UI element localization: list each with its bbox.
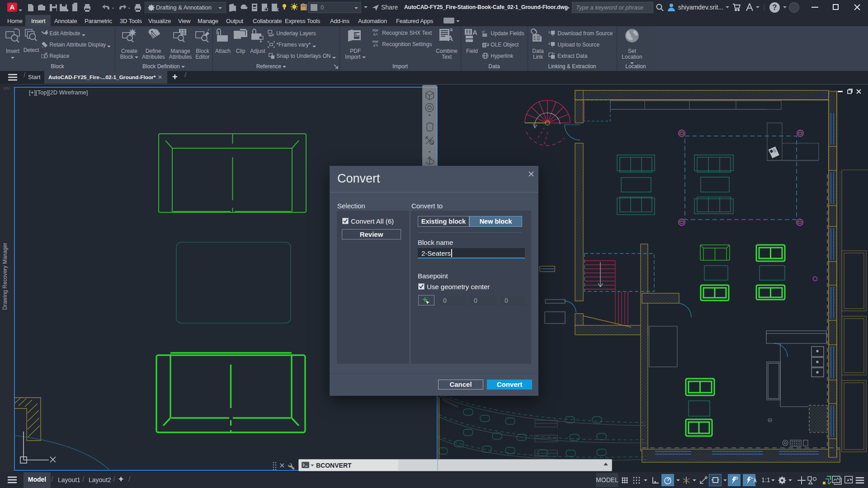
svg-text:A: A xyxy=(472,28,477,36)
svg-text:n: n xyxy=(552,33,554,37)
svg-text:8: 8 xyxy=(548,30,550,34)
svg-text:A: A xyxy=(448,34,453,43)
svg-text:4✎: 4✎ xyxy=(373,43,379,48)
svg-text:PDF: PDF xyxy=(373,29,378,32)
svg-text:4A: 4A xyxy=(373,32,378,37)
svg-text:8: 8 xyxy=(548,42,550,46)
svg-text:Aˤ: Aˤ xyxy=(482,30,486,34)
svg-text:PDF: PDF xyxy=(373,40,378,43)
